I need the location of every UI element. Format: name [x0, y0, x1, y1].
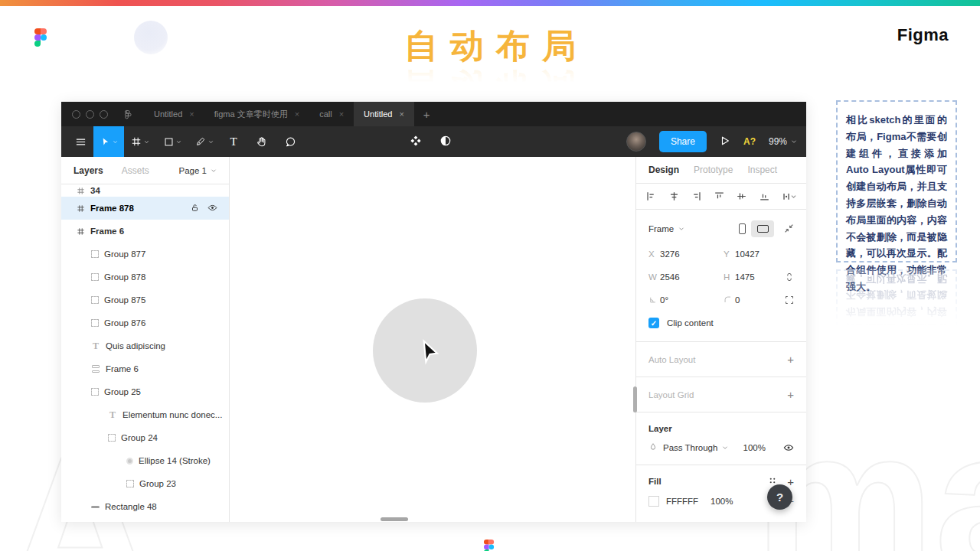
layer-row[interactable]: TElementum nunc donec...: [61, 403, 229, 426]
page-selector[interactable]: Page 1: [179, 166, 217, 175]
font-helper-badge[interactable]: A?: [743, 136, 756, 147]
page-title: 自动布局: [0, 28, 980, 66]
layer-row[interactable]: Rectangle 48: [61, 495, 229, 518]
add-fill-button[interactable]: +: [787, 475, 794, 488]
close-tab-icon[interactable]: ×: [295, 109, 299, 119]
add-layout-grid-button[interactable]: +: [787, 388, 794, 401]
align-bottom-icon[interactable]: [760, 191, 769, 201]
layer-row[interactable]: Group 23: [61, 472, 229, 495]
eye-icon[interactable]: [207, 203, 217, 214]
height-label: H: [724, 272, 735, 282]
zoom-level-dropdown[interactable]: 99%: [769, 136, 797, 147]
menu-icon[interactable]: [67, 126, 93, 157]
tab-untitled-active[interactable]: Untitled×: [354, 102, 414, 126]
chevron-down-icon: [211, 168, 217, 174]
vertical-scrollbar[interactable]: [633, 386, 637, 412]
tab-assets[interactable]: Assets: [122, 165, 149, 176]
layer-row[interactable]: Group 875: [61, 289, 229, 311]
fill-opacity-input[interactable]: 100%: [710, 497, 741, 506]
figma-app-window: Untitled× figma 文章零时使用× call× Untitled× …: [61, 102, 806, 522]
window-controls[interactable]: [72, 110, 108, 119]
orientation-portrait-icon[interactable]: [739, 223, 746, 234]
design-canvas[interactable]: [230, 157, 635, 522]
chevron-down-icon: [722, 445, 728, 451]
tab-layers[interactable]: Layers: [74, 165, 103, 176]
close-tab-icon[interactable]: ×: [339, 109, 344, 119]
fill-hex-input[interactable]: FFFFFF: [666, 497, 710, 506]
unlock-icon[interactable]: [191, 204, 199, 214]
close-tab-icon[interactable]: ×: [189, 109, 194, 119]
avatar[interactable]: [626, 132, 646, 152]
help-button[interactable]: ?: [767, 484, 792, 510]
blend-mode-dropdown[interactable]: Pass Through: [663, 443, 728, 452]
frame-tool-button[interactable]: [124, 126, 156, 157]
align-vertical-center-icon[interactable]: [737, 191, 746, 201]
comment-tool-button[interactable]: [276, 126, 305, 157]
component-icon[interactable]: [410, 135, 422, 148]
height-value-input[interactable]: 1475: [735, 272, 755, 282]
layer-row[interactable]: Group 877: [61, 243, 229, 266]
present-play-button[interactable]: [720, 135, 730, 148]
frame-tool-icon: [131, 136, 142, 147]
annotation-note: 相比sketch的里面的布局，Figma不需要创建组件，直接添加Auto Lay…: [836, 100, 957, 262]
y-value-input[interactable]: 10427: [735, 249, 760, 259]
layer-row[interactable]: Frame 6: [61, 357, 229, 380]
layer-row[interactable]: Group 878: [61, 266, 229, 289]
shape-tool-button[interactable]: [156, 126, 188, 157]
layer-row[interactable]: Frame 6: [61, 220, 229, 243]
layer-row[interactable]: Group 24: [61, 426, 229, 449]
rotation-value-input[interactable]: 0°: [660, 295, 701, 305]
close-tab-icon[interactable]: ×: [399, 109, 403, 119]
document-tabs: Untitled× figma 文章零时使用× call× Untitled×: [144, 102, 414, 126]
layer-row[interactable]: Group 876: [61, 311, 229, 334]
align-horizontal-center-icon[interactable]: [669, 191, 679, 201]
pen-tool-button[interactable]: [188, 126, 220, 157]
independent-corners-icon[interactable]: [785, 295, 794, 305]
text-tool-button[interactable]: T: [220, 126, 247, 157]
color-swatch[interactable]: [648, 496, 659, 507]
layer-row[interactable]: 34: [61, 184, 229, 197]
layer-row-selected[interactable]: Frame 878: [61, 197, 229, 220]
x-value-input[interactable]: 3276: [660, 249, 701, 259]
layer-opacity-input[interactable]: 100%: [743, 443, 766, 452]
rainbow-top-bar: [0, 0, 980, 6]
share-button[interactable]: Share: [659, 131, 707, 152]
mask-icon[interactable]: [439, 135, 452, 148]
figma-home-icon[interactable]: [123, 109, 133, 120]
align-top-icon[interactable]: [714, 191, 724, 201]
tab-figma-article[interactable]: figma 文章零时使用×: [204, 102, 309, 126]
add-auto-layout-button[interactable]: +: [787, 353, 794, 366]
tab-design[interactable]: Design: [648, 165, 679, 175]
group-icon: [91, 273, 99, 281]
width-label: W: [648, 272, 660, 282]
align-left-icon[interactable]: [646, 191, 656, 201]
move-tool-button[interactable]: [93, 126, 124, 157]
orientation-landscape-selected[interactable]: [751, 220, 774, 237]
clip-content-label[interactable]: Clip content: [667, 318, 714, 328]
toolbar-right-group: Share A? 99%: [626, 131, 806, 152]
horizontal-scrollbar[interactable]: [381, 517, 408, 521]
orientation-landscape-icon: [757, 225, 769, 233]
checkbox-checked-icon[interactable]: ✓: [648, 318, 659, 328]
tab-inspect[interactable]: Inspect: [747, 165, 777, 175]
align-right-icon[interactable]: [691, 191, 701, 201]
layer-type-dropdown[interactable]: Frame: [648, 224, 684, 233]
layer-row[interactable]: TQuis adipiscing: [61, 334, 229, 357]
tidy-up-dropdown[interactable]: [782, 191, 796, 202]
slide-page: { "slide": { "title": "自动布局", "title_col…: [0, 0, 980, 551]
tab-untitled-1[interactable]: Untitled×: [144, 102, 204, 126]
eye-icon[interactable]: [783, 442, 794, 453]
corner-radius-input[interactable]: 0: [735, 295, 740, 305]
hand-tool-button[interactable]: [247, 126, 276, 157]
group-icon: [91, 296, 99, 304]
chevron-down-icon: [791, 139, 797, 145]
width-value-input[interactable]: 2546: [660, 272, 701, 282]
tab-call[interactable]: call×: [309, 102, 354, 126]
new-tab-button[interactable]: +: [423, 108, 430, 121]
mouse-cursor-icon: [419, 339, 443, 370]
layer-row[interactable]: Ellipse 14 (Stroke): [61, 449, 229, 472]
constrain-proportions-icon[interactable]: [785, 272, 794, 282]
layer-row[interactable]: Group 25: [61, 380, 229, 403]
resize-to-fit-icon[interactable]: [784, 223, 794, 235]
tab-prototype[interactable]: Prototype: [694, 165, 733, 175]
